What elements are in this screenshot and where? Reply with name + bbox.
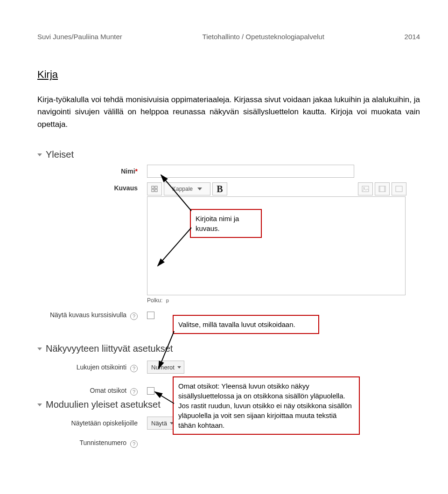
svg-rect-4 [362,186,369,192]
chevron-down-icon [37,348,42,350]
polku-value: p [166,298,169,303]
annotation-custom-titles: Omat otsikot: Yleensä luvun otsikko näky… [173,376,360,435]
page-title: Kirja [37,69,420,81]
polku-label: Polku: [147,297,162,304]
custom-titles-checkbox[interactable] [147,387,154,395]
toolbar-paragraph-select[interactable]: Kappale [164,182,210,195]
header-right: 2014 [405,33,420,41]
annotation-numbering: Valitse, millä tavalla luvut otsikoidaan… [173,315,319,334]
header-center: Tietohallinto / Opetusteknologiapalvelut [203,33,324,41]
label-custom-titles: Omat otsikot [90,387,127,394]
svg-rect-2 [152,189,154,192]
label-show-desc: Näytä kuvaus kurssisivulla [50,311,126,319]
section-general[interactable]: Yleiset [37,149,420,160]
header-left: Suvi Junes/Pauliina Munter [37,33,122,41]
intro-paragraph: Kirja-työkalulla voi tehdä monisivuisia … [37,94,420,131]
required-asterisk: * [135,167,138,175]
svg-rect-1 [155,186,157,188]
description-editor[interactable]: Kappale B [147,181,408,304]
section-visibility[interactable]: Näkyvyyteen liittyvät asetukset [37,343,420,354]
label-numbering: Lukujen otsikointi [77,363,126,371]
label-description: Kuvaus [114,184,138,192]
description-editor-body[interactable] [147,196,406,295]
help-icon[interactable]: ? [130,365,138,372]
toolbar-media-icon[interactable] [375,182,390,195]
svg-rect-7 [396,186,402,192]
toolbar-bold-button[interactable]: B [212,182,227,195]
name-input[interactable] [147,165,354,178]
section-module-label: Moduulien yleiset asetukset [46,399,161,410]
numbering-select[interactable]: Numerot [147,361,184,374]
toolbar-more-icon[interactable] [392,182,406,195]
section-general-label: Yleiset [46,149,74,160]
help-icon[interactable]: ? [130,440,138,448]
help-icon[interactable]: ? [130,388,138,396]
annotation-name-desc: Kirjoita nimi ja kuvaus. [190,209,262,238]
label-id-number: Tunnistenumero [79,439,126,446]
section-visibility-label: Näkyvyyteen liittyvät asetukset [46,343,173,354]
label-name: Nimi [121,167,135,175]
svg-point-5 [364,188,365,189]
chevron-down-icon [37,404,42,406]
chevron-down-icon [37,153,42,156]
toolbar-grid-icon[interactable] [147,182,162,195]
toolbar-image-icon[interactable] [358,182,373,195]
label-show-students: Näytetään opiskelijoille [71,419,138,427]
help-icon[interactable]: ? [130,313,138,320]
show-desc-checkbox[interactable] [147,312,154,319]
svg-rect-0 [152,186,154,188]
svg-rect-3 [155,189,157,192]
